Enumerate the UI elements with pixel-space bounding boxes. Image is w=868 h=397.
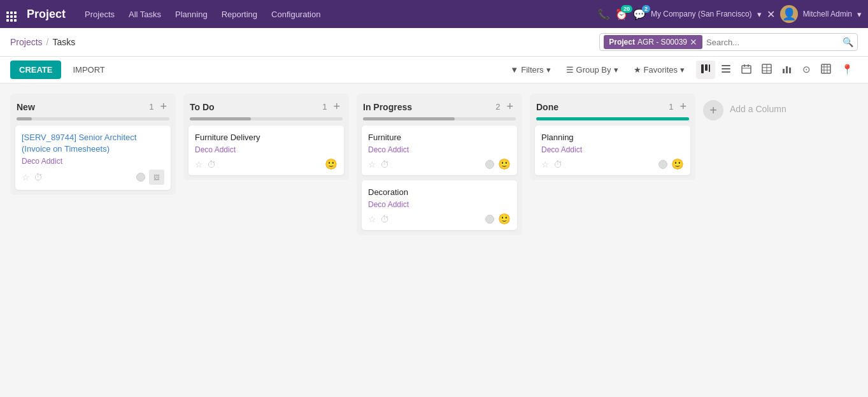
card-smiley-icon[interactable]: 🙂 [498,158,511,170]
clock-activity-icon[interactable]: ⏰ 20 [615,8,628,20]
svg-rect-16 [789,68,791,73]
view-switcher: ⊙ 📍 [696,61,858,79]
search-tag-close-icon[interactable]: ✕ [690,37,697,47]
user-dropdown-icon[interactable]: ▾ [857,10,862,19]
card-clock-icon[interactable]: ⏱ [34,172,43,182]
activity-view-icon[interactable] [816,61,836,79]
card-star-icon[interactable]: ☆ [195,159,203,170]
add-column-button[interactable]: + [703,100,723,120]
user-name[interactable]: Mitchell Admin [803,10,852,18]
card-star-icon[interactable]: ☆ [368,159,376,170]
search-input[interactable] [702,36,843,49]
card-title-link[interactable]: [SERV_89744] Senior Architect (Invoice o… [22,133,136,154]
card-subtitle: Deco Addict [195,145,338,154]
breadcrumb-parent[interactable]: Projects [10,37,43,47]
graph-view-icon[interactable] [778,61,797,79]
kanban-card[interactable]: Furniture Deco Addict ☆ ⏱ 🙂 [362,126,517,175]
breadcrumb-separator: / [46,37,49,47]
svg-rect-0 [701,64,704,73]
nav-links: Projects All Tasks Planning Reporting Co… [78,6,595,23]
card-subtitle: Deco Addict [22,157,164,166]
nav-all-tasks[interactable]: All Tasks [122,6,167,23]
nav-planning[interactable]: Planning [169,6,214,23]
card-footer: ☆ ⏱ 🙂 [368,213,511,225]
card-footer: ☆ ⏱ 🙂 [541,158,684,170]
card-star-icon[interactable]: ☆ [22,172,30,182]
card-smiley-icon[interactable]: 🙂 [671,158,684,170]
card-image-icon: 🖼 [149,170,164,185]
avatar[interactable]: 👤 [780,5,798,23]
card-clock-icon[interactable]: ⏱ [553,159,562,170]
clock-badge: 20 [621,5,632,13]
card-title: [SERV_89744] Senior Architect (Invoice o… [22,132,164,155]
column-progress-new [10,117,176,126]
add-column-label[interactable]: Add a Column [730,104,786,114]
column-add-todo[interactable]: + [331,100,343,113]
company-selector[interactable]: My Company (San Francisco) [651,10,752,18]
svg-rect-14 [783,69,785,73]
phone-icon[interactable]: 📞 [597,8,610,20]
column-add-inprogress[interactable]: + [504,100,516,113]
card-title: Furniture [368,132,511,143]
card-smiley-icon[interactable]: 🙂 [325,158,338,170]
import-button[interactable]: IMPORT [66,61,111,79]
search-magnifier-icon[interactable]: 🔍 [843,37,853,47]
card-subtitle: Deco Addict [368,200,511,209]
table-view-icon[interactable] [757,61,776,79]
column-header-new: New 1 + [10,94,176,117]
svg-rect-6 [742,66,751,73]
card-status-dot [485,160,494,169]
calendar-view-icon[interactable] [737,61,756,79]
breadcrumb-current: Tasks [52,37,75,47]
toolbar-left: CREATE IMPORT [10,61,111,79]
favorites-label: Favorites [644,65,678,75]
card-footer: ☆ ⏱ 🖼 [22,170,164,185]
apps-grid-icon[interactable] [6,6,17,22]
card-title: Planning [541,132,684,143]
breadcrumb-bar: Projects / Tasks Project AGR - S00039 ✕ … [0,28,868,57]
toolbar-right: ▼ Filters ▾ ☰ Group By ▾ ★ Favorites ▾ [506,61,858,79]
favorites-button[interactable]: ★ Favorites ▾ [630,62,688,77]
chat-icon[interactable]: 💬 2 [633,8,646,20]
list-view-icon[interactable] [716,61,736,79]
search-tag-project[interactable]: Project AGR - S00039 ✕ [604,35,702,49]
close-icon[interactable]: ✕ [767,8,775,20]
column-add-new[interactable]: + [157,100,169,113]
column-title-done: Done [536,102,665,112]
company-dropdown-icon[interactable]: ▾ [757,10,762,19]
card-status-dot [136,173,145,182]
filters-label: Filters [521,65,543,75]
nav-projects[interactable]: Projects [78,6,121,23]
toolbar: CREATE IMPORT ▼ Filters ▾ ☰ Group By ▾ ★… [0,57,868,83]
svg-rect-3 [722,65,730,66]
kanban-card[interactable]: Furniture Delivery Deco Addict ☆ ⏱ 🙂 [189,126,344,175]
card-subtitle: Deco Addict [368,145,511,154]
card-clock-icon[interactable]: ⏱ [380,214,389,224]
groupby-button[interactable]: ☰ Group By ▾ [562,62,622,77]
svg-rect-15 [786,66,788,73]
card-clock-icon[interactable]: ⏱ [207,159,216,170]
kanban-view-icon[interactable] [696,61,715,79]
kanban-card[interactable]: Decoration Deco Addict ☆ ⏱ 🙂 [362,180,517,230]
card-smiley-icon[interactable]: 🙂 [498,213,511,225]
create-button[interactable]: CREATE [10,61,61,79]
column-add-done[interactable]: + [677,100,689,113]
column-count-inprogress: 2 [495,102,500,112]
column-title-inprogress: In Progress [363,102,492,112]
nav-configuration[interactable]: Configuration [265,6,327,23]
kanban-card[interactable]: [SERV_89744] Senior Architect (Invoice o… [15,126,171,190]
column-cards-inprogress: Furniture Deco Addict ☆ ⏱ 🙂 Decoration D… [357,126,522,235]
card-star-icon[interactable]: ☆ [541,159,550,170]
card-title: Decoration [368,187,511,198]
column-header-inprogress: In Progress 2 + [357,94,522,117]
card-star-icon[interactable]: ☆ [368,214,376,224]
filters-button[interactable]: ▼ Filters ▾ [506,62,554,77]
kanban-column-done: Done 1 + Planning Deco Addict ☆ ⏱ 🙂 [530,94,695,180]
card-footer-right: 🙂 [485,213,511,225]
pivot-view-icon[interactable]: ⊙ [798,61,815,79]
map-view-icon[interactable]: 📍 [837,61,858,79]
kanban-card[interactable]: Planning Deco Addict ☆ ⏱ 🙂 [535,126,690,175]
nav-reporting[interactable]: Reporting [215,6,264,23]
filters-dropdown-icon: ▾ [546,65,551,75]
card-clock-icon[interactable]: ⏱ [380,159,389,170]
